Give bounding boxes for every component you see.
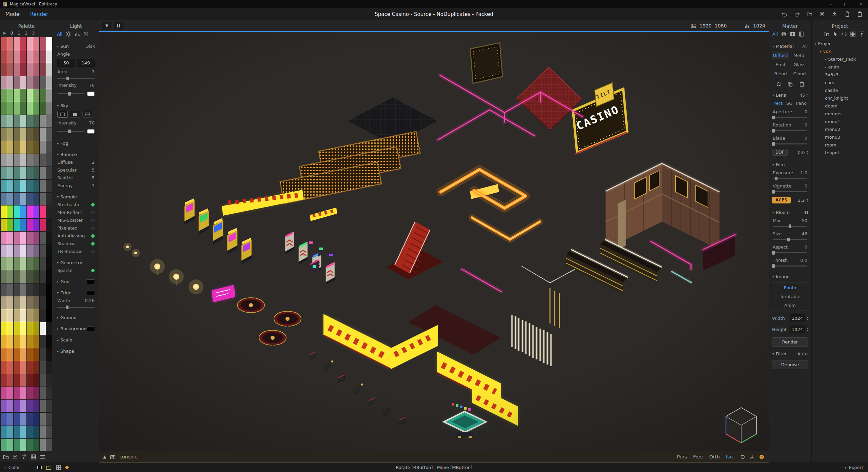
palette-swap-icon[interactable] <box>21 454 27 460</box>
slider-row[interactable]: Aspect0 <box>769 243 811 256</box>
section-fog[interactable]: ▸Fog <box>53 139 99 147</box>
grid-icon[interactable] <box>56 465 61 470</box>
material-type-button[interactable]: Metal <box>791 52 808 59</box>
edge-color-swatch[interactable] <box>86 291 95 295</box>
palette-swatch[interactable] <box>40 37 46 50</box>
palette-swatch[interactable] <box>27 426 33 438</box>
palette-swatch[interactable] <box>27 205 33 218</box>
palette-swatch[interactable] <box>20 141 26 154</box>
bounce-row[interactable]: Diffuse 2 <box>53 158 99 166</box>
palette-swatch[interactable] <box>33 219 39 231</box>
palette-tab[interactable]: 2 <box>25 31 27 36</box>
palette-swatch[interactable] <box>1 283 7 296</box>
toggle-dot[interactable] <box>91 203 95 206</box>
palette-swatch[interactable] <box>33 296 39 309</box>
palette-swatch[interactable] <box>33 283 39 296</box>
paste-icon[interactable] <box>799 81 805 87</box>
section-film[interactable]: ▾Film <box>769 160 811 169</box>
palette-swatch[interactable] <box>33 335 39 348</box>
slider-handle[interactable] <box>772 142 775 146</box>
palette-swatch[interactable] <box>7 141 13 154</box>
palette-swatch[interactable] <box>27 102 33 115</box>
sphere-icon[interactable] <box>781 31 787 37</box>
palette-swatch[interactable] <box>20 115 26 127</box>
palette-swatch[interactable] <box>46 128 52 140</box>
palette-swatch[interactable] <box>27 128 33 140</box>
palette-swatch[interactable] <box>20 232 26 244</box>
palette-grid-icon[interactable] <box>31 454 36 460</box>
palette-swatch[interactable] <box>20 361 26 374</box>
view-options-button[interactable]: ▼ <box>102 22 111 29</box>
folder-vox[interactable]: ▾ vox <box>820 47 865 55</box>
palette-swatch[interactable] <box>1 413 7 425</box>
palette-swatch[interactable] <box>14 387 20 399</box>
palette-swatch[interactable] <box>40 180 46 192</box>
matter-filter-all[interactable]: All <box>772 32 778 37</box>
palette-swatch[interactable] <box>33 374 39 387</box>
palette-swatch[interactable] <box>20 76 26 89</box>
palette-swatch[interactable] <box>40 89 46 102</box>
palette-swatch[interactable] <box>46 348 52 361</box>
palette-swatch[interactable] <box>27 50 33 63</box>
palette-swatch[interactable] <box>27 439 33 451</box>
palette-swatch[interactable] <box>20 335 26 348</box>
palette-swatch[interactable] <box>27 348 33 361</box>
palette-swatch[interactable] <box>46 115 52 127</box>
palette-swatch[interactable] <box>14 257 20 270</box>
palette-swatch[interactable] <box>1 115 7 127</box>
palette-swatch[interactable] <box>20 205 26 218</box>
palette-swatch[interactable] <box>40 400 46 412</box>
palette-swatch[interactable] <box>40 219 46 231</box>
palette-swatch[interactable] <box>40 348 46 361</box>
stepper-icon[interactable]: ▴▾ <box>806 93 808 97</box>
toggle-dot[interactable] <box>91 219 95 222</box>
palette-swatch[interactable] <box>33 322 39 335</box>
palette-swatch[interactable] <box>46 37 52 50</box>
palette-swatch[interactable] <box>33 400 39 412</box>
palette-open-icon[interactable] <box>3 454 9 460</box>
palette-swatch[interactable] <box>1 37 7 50</box>
palette-swatch[interactable] <box>46 309 52 322</box>
sample-toggle-row[interactable]: Anti-Aliasing <box>53 232 99 240</box>
palette-swatch[interactable] <box>33 167 39 179</box>
palette-swatch[interactable] <box>27 400 33 412</box>
palette-swatch[interactable] <box>1 63 7 76</box>
grid-color-swatch[interactable] <box>86 279 95 284</box>
console-label[interactable]: console <box>119 454 138 459</box>
palette-swatch[interactable] <box>7 322 13 335</box>
screenshot-camera-icon[interactable] <box>110 454 116 460</box>
project-file-row[interactable]: monu3 <box>825 133 865 141</box>
palette-swatch[interactable] <box>7 361 13 374</box>
preset-book-icon[interactable] <box>798 31 804 37</box>
palette-swatch[interactable] <box>14 37 20 50</box>
palette-swatch[interactable] <box>20 439 26 451</box>
toggle-dot[interactable] <box>91 269 95 272</box>
palette-swatch[interactable] <box>27 115 33 127</box>
palette-swatch[interactable] <box>40 257 46 270</box>
film-icon[interactable] <box>790 31 795 37</box>
palette-swatch[interactable] <box>46 439 52 451</box>
dof-button[interactable]: DOF <box>772 149 788 156</box>
palette-swatch[interactable] <box>1 102 7 115</box>
palette-swatch[interactable] <box>20 426 26 438</box>
palette-swatch[interactable] <box>1 348 7 361</box>
section-geometry[interactable]: ▾Geometry <box>53 258 99 267</box>
palette-swatch[interactable] <box>7 413 13 425</box>
palette-swatch[interactable] <box>14 413 20 425</box>
palette-swatch[interactable] <box>20 63 26 76</box>
palette-swatch[interactable] <box>33 180 39 192</box>
import-icon[interactable] <box>859 31 865 37</box>
palette-swatch[interactable] <box>7 387 13 399</box>
matter-diamond-icon[interactable] <box>65 465 70 470</box>
palette-swatch[interactable] <box>27 244 33 257</box>
palette-swatch[interactable] <box>40 361 46 374</box>
palette-swatch[interactable] <box>20 244 26 257</box>
bounce-row[interactable]: Specular 5 <box>53 166 99 174</box>
palette-swatch[interactable] <box>33 37 39 50</box>
section-bounce[interactable]: ▾Bounce <box>53 150 99 158</box>
palette-swatch[interactable] <box>40 50 46 63</box>
sample-toggle-row[interactable]: Stochastic <box>53 201 99 209</box>
slider-row[interactable]: Rotation0 <box>769 121 811 134</box>
slider-handle[interactable] <box>787 238 790 241</box>
grid-boxes-icon[interactable] <box>850 31 856 37</box>
